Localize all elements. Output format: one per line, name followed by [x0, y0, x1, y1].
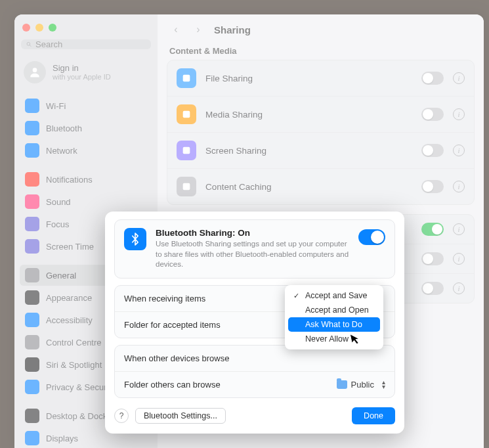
row-label: Media Sharing	[205, 110, 412, 120]
sidebar-item-label: Control Centre	[46, 338, 102, 347]
dialog-title: Bluetooth Sharing: On	[156, 228, 349, 238]
sidebar-item-label: Desktop & Dock	[46, 411, 107, 421]
sharing-row-file-sharing[interactable]: File Sharingi	[167, 60, 474, 96]
svg-line-1	[30, 45, 31, 47]
row-toggle[interactable]	[421, 180, 444, 193]
svg-rect-3	[183, 75, 190, 82]
back-button[interactable]: ‹	[169, 24, 182, 35]
sidebar-item-label: General	[46, 271, 76, 280]
sidebar-item-icon	[25, 335, 39, 349]
folder-accepted-label: Folder for accepted items	[124, 320, 221, 330]
info-icon[interactable]: i	[453, 72, 465, 84]
done-button[interactable]: Done	[352, 407, 395, 424]
app-icon	[177, 177, 196, 196]
search-icon	[26, 40, 32, 49]
close-button[interactable]	[22, 24, 30, 32]
sidebar-item-icon	[25, 99, 39, 113]
svg-rect-6	[183, 183, 190, 190]
sidebar-item-notifications[interactable]: Notifications	[20, 169, 152, 190]
sidebar-item-label: Accessibility	[46, 315, 93, 325]
dropdown-option-ask-what-to-do[interactable]: Ask What to Do	[288, 317, 380, 332]
sidebar-item-network[interactable]: Network	[20, 140, 152, 161]
folder-browse-label: Folder others can browse	[124, 380, 221, 390]
dropdown-option-never-allow[interactable]: Never Allow	[288, 332, 380, 346]
check-icon: ✓	[293, 292, 301, 300]
info-icon[interactable]: i	[453, 181, 465, 192]
sidebar-item-label: Sound	[46, 197, 71, 207]
sidebar-item-icon	[25, 290, 39, 305]
row-toggle[interactable]	[421, 108, 444, 121]
row-folder-browse[interactable]: Folder others can browse Public ▴▾	[115, 371, 394, 397]
page-title: Sharing	[214, 24, 251, 35]
bluetooth-sharing-toggle[interactable]	[358, 229, 385, 245]
content-topbar: ‹ › Sharing	[167, 20, 475, 42]
sidebar-item-icon	[25, 268, 39, 282]
sidebar-item-label: Network	[46, 146, 77, 156]
option-label: Accept and Save	[305, 291, 368, 300]
row-label: File Sharing	[205, 74, 412, 83]
option-label: Never Allow	[305, 334, 349, 344]
window-controls	[14, 21, 158, 37]
info-icon[interactable]: i	[453, 223, 465, 235]
dropdown-option-accept-and-save[interactable]: ✓Accept and Save	[288, 288, 380, 303]
row-label: Content Caching	[205, 182, 412, 192]
apple-id-account[interactable]: Sign in with your Apple ID	[14, 56, 158, 90]
other-browse-label: When other devices browse	[124, 353, 229, 363]
avatar-icon	[24, 61, 46, 83]
sidebar-item-icon	[25, 431, 39, 445]
sidebar-item-icon	[25, 143, 39, 158]
sidebar-item-sound[interactable]: Sound	[20, 191, 152, 212]
sidebar-item-icon	[25, 194, 39, 209]
sharing-row-content-caching[interactable]: Content Cachingi	[167, 168, 474, 204]
sidebar-item-icon	[25, 313, 39, 327]
bluetooth-icon	[124, 228, 146, 250]
app-icon	[177, 104, 196, 124]
sidebar-item-label: Appearance	[46, 293, 92, 303]
row-toggle[interactable]	[421, 223, 444, 236]
sidebar-item-icon	[25, 172, 39, 187]
sign-in-label: Sign in	[53, 63, 111, 74]
sidebar-item-icon	[25, 239, 39, 254]
search-field[interactable]	[21, 39, 151, 49]
row-toggle[interactable]	[421, 144, 444, 157]
sharing-row-screen-sharing[interactable]: Screen Sharingi	[167, 132, 474, 168]
sidebar-item-icon	[25, 121, 39, 135]
sidebar-item-icon	[25, 357, 39, 372]
svg-rect-5	[183, 147, 190, 154]
sidebar-item-bluetooth[interactable]: Bluetooth	[20, 118, 152, 139]
forward-button[interactable]: ›	[192, 24, 205, 35]
sidebar-item-label: Notifications	[46, 175, 93, 185]
info-icon[interactable]: i	[453, 253, 465, 265]
folder-browse-value[interactable]: Public ▴▾	[337, 380, 385, 390]
sharing-panel: File SharingiMedia SharingiScreen Sharin…	[167, 60, 475, 205]
sidebar-item-icon	[25, 217, 39, 231]
app-icon	[177, 141, 196, 160]
maximize-button[interactable]	[49, 24, 56, 32]
sidebar-item-label: Wi-Fi	[46, 101, 66, 111]
stepper-icon: ▴▾	[382, 380, 385, 389]
search-input[interactable]	[35, 39, 146, 49]
receiving-items-dropdown[interactable]: ✓Accept and SaveAccept and OpenAsk What …	[285, 285, 383, 349]
option-label: Ask What to Do	[305, 320, 362, 329]
bluetooth-settings-button[interactable]: Bluetooth Settings...	[135, 408, 226, 424]
minimize-button[interactable]	[35, 24, 43, 32]
dropdown-option-accept-and-open[interactable]: Accept and Open	[288, 303, 380, 317]
app-icon	[177, 68, 196, 88]
info-icon[interactable]: i	[453, 282, 465, 294]
sidebar-item-icon	[25, 409, 39, 423]
sidebar-item-icon	[25, 380, 39, 394]
svg-point-2	[33, 68, 37, 72]
apple-id-subtitle: with your Apple ID	[53, 73, 111, 81]
info-icon[interactable]: i	[453, 145, 465, 156]
help-button[interactable]: ?	[114, 409, 129, 423]
sidebar-item-label: Displays	[46, 434, 78, 443]
row-toggle[interactable]	[421, 72, 444, 85]
sharing-row-media-sharing[interactable]: Media Sharingi	[167, 96, 474, 132]
info-icon[interactable]: i	[453, 108, 465, 120]
sidebar-item-label: Siri & Spotlight	[46, 360, 102, 370]
row-toggle[interactable]	[421, 282, 444, 295]
when-receiving-label: When receiving items	[124, 294, 205, 303]
row-label: Screen Sharing	[205, 146, 412, 156]
row-toggle[interactable]	[421, 252, 444, 265]
sidebar-item-wi-fi[interactable]: Wi-Fi	[20, 95, 152, 116]
